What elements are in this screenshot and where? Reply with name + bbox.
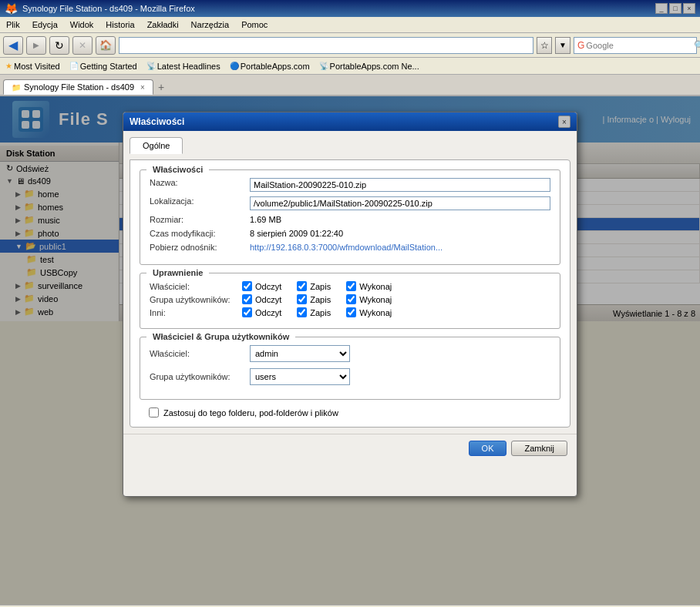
permissions-section: Uprawnienie Właściciel: Odczyt xyxy=(140,273,560,329)
perm-others-exec-checkbox[interactable] xyxy=(346,307,356,317)
prop-label-download: Pobierz odnośnik: xyxy=(150,243,250,252)
properties-section-content: Nazwa: Lokalizacja: Rozmiar: 1.69 MB xyxy=(140,175,560,264)
page-icon: 📄 xyxy=(69,62,79,70)
perm-others-write: Zapis xyxy=(297,307,331,317)
search-input[interactable] xyxy=(586,41,692,50)
prop-label-size: Rozmiar: xyxy=(150,215,250,224)
modal-close-button[interactable]: × xyxy=(558,116,570,128)
perm-owner-read-label: Odczyt xyxy=(255,282,281,291)
perm-group-read-checkbox[interactable] xyxy=(242,294,252,304)
menu-bookmarks[interactable]: Zakładki xyxy=(144,18,182,31)
perm-group-read: Odczyt xyxy=(242,294,281,304)
perm-owner-exec-checkbox[interactable] xyxy=(346,281,356,291)
prop-label-modified: Czas modyfikacji: xyxy=(150,229,250,238)
tab-bar: 📁 Synology File Station - ds409 × + xyxy=(0,75,700,96)
perm-owner-read-checkbox[interactable] xyxy=(242,281,252,291)
group-label: Grupa użytkowników: xyxy=(150,372,250,381)
modal-tab-content: Właściwości Nazwa: Lokalizacja: xyxy=(130,159,570,428)
browser-title: Synology File Station - ds409 - Mozilla … xyxy=(22,4,651,13)
prop-label-name: Nazwa: xyxy=(150,178,250,187)
bookmarks-bar: ★ Most Visited 📄 Getting Started 📡 Lates… xyxy=(0,58,700,75)
prop-location-input[interactable] xyxy=(250,196,550,210)
perm-group-write: Zapis xyxy=(297,294,331,304)
owner-row-group: Grupa użytkowników: users admin guests xyxy=(150,368,550,385)
search-bar[interactable]: G 🔍 xyxy=(574,37,697,54)
prop-row-download: Pobierz odnośnik: http://192.168.0.3:700… xyxy=(150,243,550,252)
bookmark-latest-headlines[interactable]: 📡 Latest Headlines xyxy=(144,61,223,72)
owner-section: Właściciel & Grupa użytkowników Właścici… xyxy=(140,337,560,400)
minimize-button[interactable]: _ xyxy=(655,3,668,14)
perm-others-write-checkbox[interactable] xyxy=(297,307,307,317)
perm-group-write-checkbox[interactable] xyxy=(297,294,307,304)
bookmarks-star-icon[interactable]: ☆ xyxy=(537,37,552,54)
owner-section-title: Właściciel & Grupa użytkowników xyxy=(146,332,295,341)
prop-value-size: 1.69 MB xyxy=(250,215,550,224)
menu-edit[interactable]: Edycja xyxy=(29,18,61,31)
permissions-section-title: Uprawnienie xyxy=(146,268,209,277)
reload-button[interactable]: ↻ xyxy=(49,36,69,55)
new-tab-button[interactable]: + xyxy=(153,79,169,95)
prop-name-input[interactable] xyxy=(250,178,550,192)
menu-view[interactable]: Widok xyxy=(67,18,97,31)
perm-group-exec-checkbox[interactable] xyxy=(346,294,356,304)
browser-titlebar: 🦊 Synology File Station - ds409 - Mozill… xyxy=(0,0,700,17)
perm-others-read: Odczyt xyxy=(242,307,281,317)
back-button[interactable]: ◀ xyxy=(3,36,23,55)
address-bar[interactable]: http://192.168.0.3:7000/index.cgi xyxy=(119,37,533,54)
apply-checkbox[interactable] xyxy=(149,407,159,418)
apply-row: Zastosuj do tego folderu, pod-folderów i… xyxy=(140,407,560,418)
address-input[interactable]: http://192.168.0.3:7000/index.cgi xyxy=(123,41,530,50)
permissions-section-content: Właściciel: Odczyt Zapis xyxy=(140,278,560,328)
close-button[interactable]: × xyxy=(683,3,695,14)
cancel-button[interactable]: Zamknij xyxy=(511,441,567,456)
apply-label: Zastosuj do tego folderu, pod-folderów i… xyxy=(163,408,338,418)
bookmark-getting-started[interactable]: 📄 Getting Started xyxy=(67,61,140,72)
portableapps2-icon: 📡 xyxy=(319,62,328,70)
menu-help[interactable]: Pomoc xyxy=(238,18,271,31)
modal-titlebar: Właściwości × xyxy=(123,112,577,131)
home-button[interactable]: 🏠 xyxy=(96,36,116,55)
perm-others-read-label: Odczyt xyxy=(255,308,281,317)
perm-others-exec: Wykonaj xyxy=(346,307,392,317)
properties-section: Właściwości Nazwa: Lokalizacja: xyxy=(140,169,560,265)
modal-body: Ogólne Właściwości Nazwa: Loka xyxy=(123,131,577,434)
forward-button[interactable]: ▶ xyxy=(26,36,46,55)
perm-others-exec-label: Wykonaj xyxy=(359,308,392,317)
menu-file[interactable]: Plik xyxy=(3,18,23,31)
prop-label-location: Lokalizacja: xyxy=(150,196,250,206)
prop-row-location: Lokalizacja: xyxy=(150,196,550,210)
perm-group-exec: Wykonaj xyxy=(346,294,392,304)
perm-group-exec-label: Wykonaj xyxy=(359,295,392,304)
tab-close-icon[interactable]: × xyxy=(140,83,145,92)
group-select[interactable]: users admin guests xyxy=(250,368,350,385)
modal-tabs: Ogólne xyxy=(130,137,570,154)
owner-select[interactable]: admin root guest xyxy=(250,345,350,362)
browser-toolbar: ◀ ▶ ↻ ✕ 🏠 http://192.168.0.3:7000/index.… xyxy=(0,33,700,58)
prop-row-size: Rozmiar: 1.69 MB xyxy=(150,215,550,224)
properties-modal: Właściwości × Ogólne Właściwości Na xyxy=(123,112,577,497)
window-controls: _ □ × xyxy=(655,3,695,14)
perm-others-read-checkbox[interactable] xyxy=(242,307,252,317)
maximize-button[interactable]: □ xyxy=(669,3,681,14)
perm-label-owner: Właściciel: xyxy=(150,282,242,291)
tab-general[interactable]: Ogólne xyxy=(130,137,183,154)
bookmark-portableapps[interactable]: 🔵 PortableApps.com xyxy=(227,61,312,72)
bookmark-portableapps2[interactable]: 📡 PortableApps.com Ne... xyxy=(317,61,422,72)
prop-download-link[interactable]: http://192.168.0.3:7000/wfmdownload/Mail… xyxy=(250,243,443,252)
perm-row-owner: Właściciel: Odczyt Zapis xyxy=(150,281,550,291)
rss-icon: 📡 xyxy=(146,62,156,70)
address-dropdown-button[interactable]: ▼ xyxy=(555,37,570,54)
bookmark-most-visited[interactable]: ★ Most Visited xyxy=(3,61,62,72)
tab-filestation[interactable]: 📁 Synology File Station - ds409 × xyxy=(3,79,153,95)
perm-row-group: Grupa użytkowników: Odczyt Zapis xyxy=(150,294,550,304)
perm-owner-write-checkbox[interactable] xyxy=(297,281,307,291)
ok-button[interactable]: OK xyxy=(469,441,507,456)
search-submit-icon[interactable]: 🔍 xyxy=(694,40,700,51)
stop-button[interactable]: ✕ xyxy=(72,36,93,55)
portableapps-icon: 🔵 xyxy=(230,62,239,70)
menu-history[interactable]: Historia xyxy=(103,18,137,31)
perm-others-write-label: Zapis xyxy=(310,308,331,317)
modal-title: Właściwości xyxy=(130,116,184,127)
owner-row-owner: Właściciel: admin root guest xyxy=(150,345,550,362)
menu-tools[interactable]: Narzędzia xyxy=(188,18,233,31)
